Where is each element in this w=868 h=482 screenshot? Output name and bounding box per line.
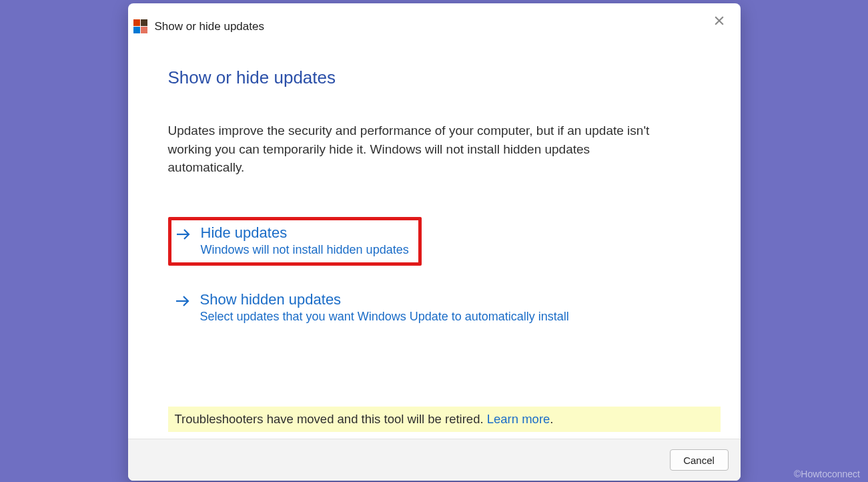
learn-more-link[interactable]: Learn more xyxy=(487,412,550,426)
page-heading: Show or hide updates xyxy=(168,67,701,88)
option-show-subtitle: Select updates that you want Windows Upd… xyxy=(200,310,569,324)
option-show-title: Show hidden updates xyxy=(200,291,569,308)
close-icon xyxy=(713,14,726,30)
arrow-right-icon xyxy=(175,227,191,244)
arrow-right-icon xyxy=(175,294,191,311)
page-description: Updates improve the security and perform… xyxy=(168,122,662,177)
window-title: Show or hide updates xyxy=(155,20,264,33)
titlebar: Show or hide updates xyxy=(128,3,741,34)
option-show-hidden-updates[interactable]: Show hidden updates Select updates that … xyxy=(168,286,576,330)
app-icon xyxy=(133,19,148,34)
notice-text: Troubleshooters have moved and this tool… xyxy=(175,412,487,426)
dialog-window: Show or hide updates Show or hide update… xyxy=(128,3,741,481)
footer: Cancel xyxy=(128,439,741,481)
notice-banner: Troubleshooters have moved and this tool… xyxy=(168,407,721,432)
content-area: Show or hide updates Updates improve the… xyxy=(128,34,741,439)
option-hide-updates[interactable]: Hide updates Windows will not install hi… xyxy=(168,217,422,266)
cancel-button[interactable]: Cancel xyxy=(670,449,729,471)
close-button[interactable] xyxy=(710,13,729,31)
option-hide-title: Hide updates xyxy=(201,224,409,242)
option-hide-subtitle: Windows will not install hidden updates xyxy=(201,243,409,257)
watermark-text: ©Howtoconnect xyxy=(794,469,860,479)
